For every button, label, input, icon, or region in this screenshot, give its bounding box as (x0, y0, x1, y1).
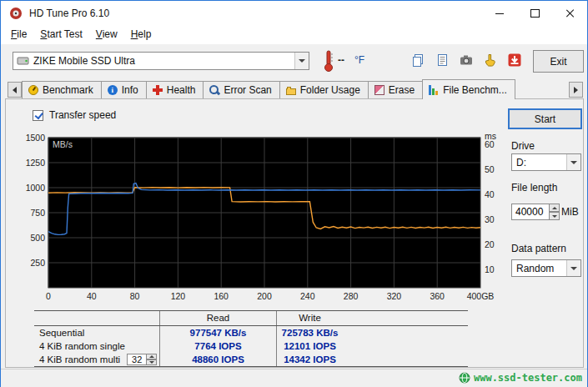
copy-icon (410, 53, 425, 68)
maximize-icon (530, 9, 540, 18)
arrow-up-icon (149, 355, 154, 358)
arrow-down-icon (552, 215, 557, 218)
arrow-down-icon (149, 361, 154, 364)
x-axis-tick: 80 (130, 291, 140, 301)
left-axis-tick: 750 (30, 208, 45, 218)
queue-depth-up-button[interactable] (147, 354, 157, 359)
right-axis-tick: 20 (485, 239, 495, 249)
x-axis-tick: 40 (87, 291, 97, 301)
menu-bar: FileStart TestViewHelp (1, 26, 587, 44)
copy-text-button[interactable] (431, 49, 453, 71)
queue-depth-value[interactable]: 32 (127, 354, 147, 365)
x-axis-tick: 360 (430, 291, 445, 301)
right-axis-tick: 40 (485, 189, 495, 199)
queue-depth-down-button[interactable] (147, 359, 157, 365)
ssd-tester-icon (459, 372, 470, 384)
tab-folder-usage[interactable]: Folder Usage (279, 81, 369, 98)
file-length-up-button[interactable] (550, 204, 560, 212)
row-label: Sequential (34, 326, 159, 339)
caption-buttons (482, 1, 587, 26)
menu-item-start-test[interactable]: Start Test (33, 26, 88, 43)
minimize-button[interactable] (482, 1, 517, 26)
close-icon (565, 9, 574, 18)
device-select[interactable]: ZIKE Mobile SSD Ultra (13, 52, 309, 70)
file-length-down-button[interactable] (550, 212, 560, 220)
close-button[interactable] (552, 1, 587, 26)
tabs-scroll-right-button[interactable] (569, 82, 583, 98)
transfer-speed-label: Transfer speed (49, 109, 116, 121)
right-axis-tick: 50 (485, 164, 495, 174)
menu-item-help[interactable]: Help (124, 26, 158, 43)
tab-info[interactable]: Info (101, 81, 147, 98)
copy-button[interactable] (407, 49, 429, 71)
tab-label: Erase (389, 84, 415, 96)
left-axis-tick: 1250 (26, 158, 46, 168)
watermark-text: www.ssd-tester.com (474, 372, 582, 384)
sequential-write-value: 725783 KB/s (276, 326, 343, 339)
tab-file-benchm-[interactable]: File Benchm... (422, 79, 515, 99)
folder-usage-icon (286, 88, 296, 95)
right-axis-unit: ms (485, 131, 496, 141)
row-label: 4 KiB random multi 32 (34, 353, 159, 366)
pointer-hand-icon (483, 53, 498, 68)
data-pattern-value: Random (512, 263, 566, 274)
app-icon (9, 7, 23, 20)
arrow-up-icon (552, 207, 557, 209)
file-length-value[interactable]: 40000 (511, 204, 550, 220)
temperature-unit[interactable]: °F (354, 54, 364, 66)
x-axis-tick: 160 (214, 291, 229, 301)
table-row-sequential: Sequential 977547 KB/s 725783 KB/s (34, 326, 468, 339)
screenshot-button[interactable] (455, 49, 477, 71)
x-axis-tick: 280 (344, 291, 359, 301)
transfer-speed-checkbox[interactable] (33, 110, 43, 121)
pointer-hand-button[interactable] (480, 49, 501, 71)
save-results-icon (507, 53, 522, 68)
results-header-row: Read Write (34, 311, 468, 326)
device-select-arrow[interactable] (294, 53, 309, 69)
minimize-icon (495, 13, 504, 14)
file-benchmark-icon (429, 85, 439, 95)
column-header-read: Read (159, 311, 276, 325)
benchmark-icon (28, 85, 38, 95)
watermark: www.ssd-tester.com (459, 372, 582, 384)
drive-select-arrow[interactable] (566, 154, 580, 170)
menu-item-view[interactable]: View (89, 26, 124, 43)
tab-label: File Benchm... (443, 84, 507, 96)
save-results-button[interactable] (504, 49, 525, 71)
thermometer-icon (323, 49, 334, 73)
drive-select[interactable]: D: (511, 153, 581, 171)
copy-text-icon (435, 53, 450, 68)
menu-item-file[interactable]: File (4, 26, 33, 43)
tab-label: Error Scan (224, 84, 271, 96)
data-pattern-select[interactable]: Random (511, 259, 581, 277)
tab-health[interactable]: Health (146, 81, 204, 98)
drive-icon (17, 55, 29, 67)
x-axis-tick: 240 (300, 291, 315, 301)
row-label: 4 KiB random single (34, 339, 159, 353)
random-single-read-value: 7764 IOPS (159, 339, 276, 353)
window-title: HD Tune Pro 6.10 (29, 1, 109, 26)
tabs-scroll-left-button[interactable] (8, 82, 22, 98)
x-axis-tick: 120 (171, 291, 186, 301)
results-table: Read Write Sequential 977547 KB/s 725783… (34, 310, 468, 367)
arrow-left-icon (13, 87, 17, 93)
tab-error-scan[interactable]: Error Scan (203, 81, 279, 98)
random-single-write-value: 12101 IOPS (276, 339, 343, 353)
data-pattern-arrow[interactable] (566, 260, 580, 276)
info-icon (108, 85, 118, 95)
file-length-label: File length (511, 182, 557, 194)
x-axis-tick: 400GB (467, 291, 495, 301)
maximize-button[interactable] (517, 1, 552, 26)
x-axis-tick: 200 (257, 291, 272, 301)
tab-label: Health (167, 84, 196, 96)
tab-benchmark[interactable]: Benchmark (22, 81, 102, 98)
drive-select-value: D: (512, 157, 566, 168)
data-pattern-label: Data pattern (511, 243, 566, 254)
queue-depth-stepper[interactable]: 32 (127, 354, 157, 365)
file-length-stepper[interactable]: 40000 (511, 204, 560, 220)
tab-erase[interactable]: Erase (368, 81, 423, 98)
error-scan-icon (209, 85, 219, 95)
start-button[interactable]: Start (508, 108, 582, 129)
exit-button[interactable]: Exit (533, 50, 584, 73)
drive-label: Drive (511, 140, 535, 152)
